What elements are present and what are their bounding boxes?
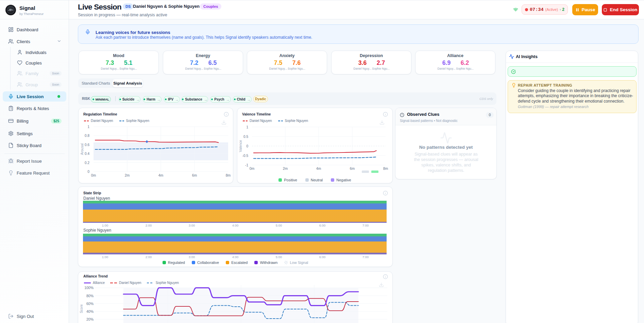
svg-text:4m: 4m [158, 173, 164, 177]
svg-text:0.8: 0.8 [85, 134, 89, 138]
svg-text:20%: 20% [86, 317, 94, 321]
svg-text:Valence: Valence [239, 140, 242, 152]
svg-text:1: 1 [87, 125, 89, 129]
svg-text:8m: 8m [226, 173, 231, 177]
svg-text:2m: 2m [283, 166, 288, 171]
svg-text:6m: 6m [192, 173, 197, 177]
svg-text:8m: 8m [383, 166, 388, 171]
svg-text:Score: Score [80, 304, 83, 313]
svg-text:6m: 6m [350, 166, 355, 171]
svg-text:0.2: 0.2 [85, 161, 89, 165]
svg-text:Arousal: Arousal [80, 143, 84, 155]
svg-text:0.6: 0.6 [85, 143, 89, 147]
svg-text:100%: 100% [84, 286, 94, 290]
svg-text:-0.5: -0.5 [242, 154, 249, 158]
svg-text:2m: 2m [125, 173, 130, 177]
svg-text:0: 0 [246, 144, 248, 148]
svg-text:60%: 60% [86, 302, 94, 306]
svg-text:0m: 0m [91, 173, 96, 177]
svg-text:0m: 0m [250, 166, 255, 171]
svg-text:0.4: 0.4 [85, 152, 89, 156]
svg-text:4m: 4m [316, 166, 321, 171]
svg-text:0: 0 [87, 170, 89, 174]
svg-text:0.5: 0.5 [243, 135, 248, 139]
svg-text:1: 1 [246, 125, 248, 129]
svg-text:80%: 80% [86, 294, 94, 298]
svg-text:-1: -1 [245, 163, 248, 167]
svg-text:40%: 40% [86, 309, 94, 313]
